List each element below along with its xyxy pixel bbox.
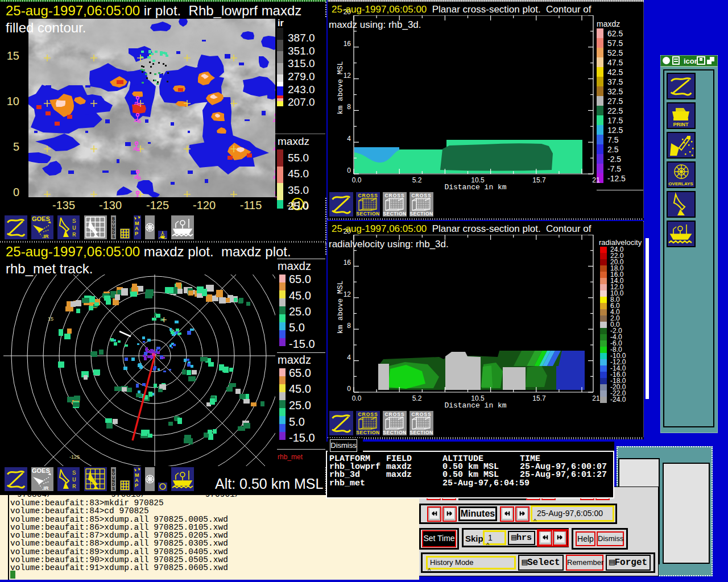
svg-text:SECTION: SECTION xyxy=(356,211,379,217)
svg-text:.IR: .IR xyxy=(42,234,49,239)
svg-text:U: U xyxy=(72,225,76,231)
svg-text:SECTION: SECTION xyxy=(410,211,433,217)
svg-text:CROSS: CROSS xyxy=(384,193,404,198)
svg-text:CROSS: CROSS xyxy=(384,411,404,417)
svg-text:GOES: GOES xyxy=(32,215,50,222)
svg-text:CROSS: CROSS xyxy=(411,193,431,198)
svg-text:OVERLAYS: OVERLAYS xyxy=(668,181,693,186)
svg-text:SECTION: SECTION xyxy=(383,430,406,435)
svg-text:U: U xyxy=(72,476,76,483)
svg-text:.IR: .IR xyxy=(42,485,49,491)
svg-text:CROSS: CROSS xyxy=(358,193,378,198)
svg-text:S: S xyxy=(72,218,76,225)
svg-text:R: R xyxy=(72,231,76,238)
svg-text:CROSS: CROSS xyxy=(358,411,378,417)
svg-text:R: R xyxy=(72,483,76,490)
svg-text:GOES: GOES xyxy=(32,467,50,474)
svg-text:CROSS: CROSS xyxy=(411,411,431,417)
svg-text:S: S xyxy=(112,487,115,490)
svg-text:P: P xyxy=(135,231,138,236)
svg-text:SECTION: SECTION xyxy=(383,211,406,217)
svg-text:PRINT: PRINT xyxy=(673,122,689,127)
svg-text:SECTION: SECTION xyxy=(410,430,433,435)
svg-text:S: S xyxy=(112,235,115,239)
svg-text:S: S xyxy=(72,469,76,476)
svg-text:P: P xyxy=(135,483,138,488)
svg-text:SECTION: SECTION xyxy=(356,430,379,435)
